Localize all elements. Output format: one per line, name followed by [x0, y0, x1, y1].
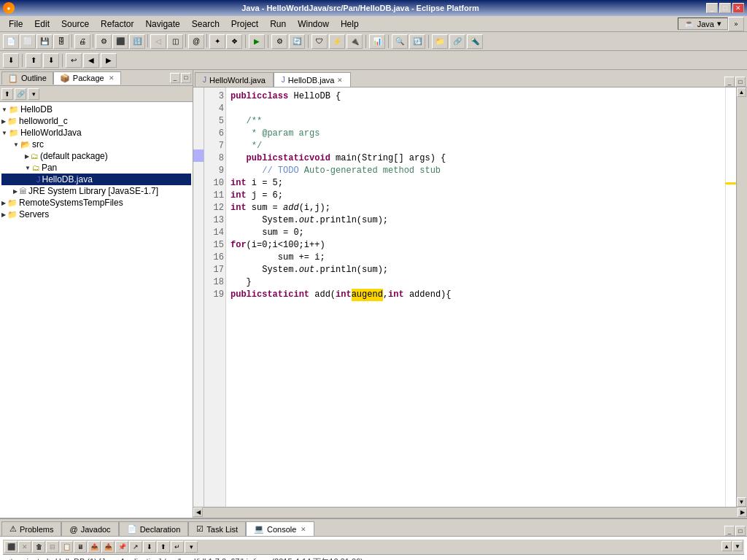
tb-btn-11[interactable]: ⚙ — [271, 34, 287, 49]
tb-btn-13[interactable]: 🛡 — [311, 34, 328, 49]
scroll-right-button[interactable]: ▶ — [738, 508, 747, 517]
console-clear-button[interactable]: 🗑 — [32, 541, 45, 553]
tb-btn-18[interactable]: 🔃 — [409, 34, 425, 49]
tb2-btn-2[interactable]: ⬆ — [26, 53, 42, 68]
console-btn-7[interactable]: 📤 — [88, 541, 101, 553]
task-list-tab[interactable]: ☑ Task List — [188, 521, 246, 536]
console-goto-button[interactable]: ↗ — [129, 541, 142, 553]
perspective-switcher[interactable]: ☕ Java ▾ — [678, 18, 728, 30]
run-button[interactable]: ▶ — [249, 34, 265, 49]
tb-btn-14[interactable]: ⚡ — [329, 34, 345, 49]
tb-btn-20[interactable]: 🔗 — [449, 34, 465, 49]
back-button[interactable]: ◀ — [83, 53, 99, 68]
maximize-editor-button[interactable]: □ — [735, 77, 746, 87]
console-btn-scroll2[interactable]: ⬆ — [157, 541, 170, 553]
tree-item-hellodb-java[interactable]: J HelloDB.java — [1, 174, 191, 185]
tb-btn-5[interactable]: 🔢 — [129, 34, 145, 49]
menu-window[interactable]: Window — [292, 18, 335, 31]
tab-helloworld-java[interactable]: J HelloWorld.java — [195, 72, 274, 87]
console-menu-button[interactable]: ▾ — [185, 541, 198, 553]
console-tab[interactable]: 💻 Console ✕ — [246, 521, 314, 536]
scroll-left-button[interactable]: ◀ — [193, 508, 203, 517]
tree-item-helloworld-c[interactable]: ▶ 📁 helloworld_c — [1, 115, 191, 127]
menu-source[interactable]: Source — [55, 18, 95, 31]
tb2-btn-1[interactable]: ⬇ — [3, 53, 19, 68]
tree-menu-button[interactable]: ▾ — [28, 88, 39, 100]
menu-project[interactable]: Project — [225, 18, 264, 31]
menu-search[interactable]: Search — [186, 18, 225, 31]
tree-item-helloworldjava[interactable]: ▼ 📁 HelloWorldJava — [1, 127, 191, 139]
console-scroll-button[interactable]: ⬇ — [143, 541, 156, 553]
console-scroll-down[interactable]: ▼ — [732, 541, 743, 551]
maximize-left-button[interactable]: □ — [181, 73, 191, 83]
console-tab-close[interactable]: ✕ — [301, 526, 306, 533]
tree-item-src[interactable]: ▼ 📂 src — [1, 139, 191, 150]
console-word-wrap[interactable]: ↵ — [171, 541, 184, 553]
console-btn-5[interactable]: 📋 — [60, 541, 73, 553]
print-button[interactable]: 🖨 — [74, 34, 90, 49]
tb2-btn-4[interactable]: ↩ — [66, 53, 82, 68]
menu-edit[interactable]: Edit — [28, 18, 55, 31]
tree-item-remote[interactable]: ▶ 📁 RemoteSystemsTempFiles — [1, 197, 191, 209]
outline-tab[interactable]: 📋 Outline — [1, 71, 53, 85]
tb2-btn-3[interactable]: ⬇ — [43, 53, 59, 68]
tree-item-jre[interactable]: ▶ 🏛 JRE System Library [JavaSE-1.7] — [1, 185, 191, 197]
menu-file[interactable]: File — [3, 18, 28, 31]
tb-btn-10[interactable]: ❖ — [226, 34, 242, 49]
tb-btn-16[interactable]: 📊 — [369, 34, 385, 49]
console-scroll-up[interactable]: ▲ — [721, 541, 732, 551]
tb-btn-7[interactable]: ◫ — [167, 34, 183, 49]
forward-button[interactable]: ▶ — [101, 53, 117, 68]
tb-btn-4[interactable]: ⬛ — [112, 34, 128, 49]
tb-btn-12[interactable]: 🔄 — [289, 34, 305, 49]
minimize-bottom-button[interactable]: _ — [724, 526, 735, 536]
close-button[interactable]: ✕ — [732, 3, 744, 13]
save-all-button[interactable]: 🗄 — [53, 34, 69, 49]
scroll-down-button[interactable]: ▼ — [737, 497, 746, 507]
hdb-tab-close[interactable]: ✕ — [337, 77, 343, 84]
tb-btn-8[interactable]: @ — [188, 34, 204, 49]
console-pin-button[interactable]: 📌 — [115, 541, 128, 553]
maximize-button[interactable]: □ — [719, 3, 731, 13]
tree-item-servers[interactable]: ▶ 📁 Servers — [1, 209, 191, 220]
declaration-tab[interactable]: 📄 Declaration — [119, 521, 189, 536]
minimize-button[interactable]: _ — [706, 3, 718, 13]
tb-btn-21[interactable]: 🔦 — [467, 34, 483, 49]
code-content[interactable]: public class HelloDB { /** * @param args… — [226, 88, 725, 507]
tb-btn-19[interactable]: 📁 — [432, 34, 448, 49]
maximize-bottom-button[interactable]: □ — [735, 526, 746, 536]
console-btn-6[interactable]: 🖥 — [74, 541, 87, 553]
minimize-editor-button[interactable]: _ — [724, 77, 735, 87]
tree-item-default-package[interactable]: ▶ 🗂 (default package) — [1, 150, 191, 162]
tree-item-hellodb[interactable]: ▼ 📁 HelloDB — [1, 104, 191, 115]
package-tab[interactable]: 📦 Package ✕ — [53, 71, 121, 85]
problems-tab[interactable]: ⚠ Problems — [1, 521, 61, 536]
package-tab-close[interactable]: ✕ — [109, 74, 115, 82]
collapse-all-button[interactable]: ⬆ — [1, 88, 13, 100]
console-stop-button[interactable]: ⬛ — [4, 541, 18, 553]
scroll-up-button[interactable]: ▲ — [737, 88, 746, 97]
javadoc-tab[interactable]: @ Javadoc — [61, 521, 118, 536]
console-btn-8[interactable]: 📥 — [101, 541, 115, 553]
perspective-menu-button[interactable]: » — [728, 17, 744, 31]
menu-run[interactable]: Run — [264, 18, 292, 31]
menu-help[interactable]: Help — [335, 18, 365, 31]
tb-btn-9[interactable]: ✦ — [209, 34, 225, 49]
menu-refactor[interactable]: Refactor — [95, 18, 139, 31]
console-remove-button[interactable]: ✕ — [18, 541, 31, 553]
console-btn-4[interactable]: ⊟ — [46, 541, 59, 553]
tb-btn-3[interactable]: ⚙ — [96, 34, 112, 49]
minimize-left-button[interactable]: _ — [170, 73, 180, 83]
menu-navigate[interactable]: Navigate — [139, 18, 185, 31]
link-editor-button[interactable]: 🔗 — [15, 88, 26, 100]
tb-btn-2[interactable]: ⬜ — [20, 34, 36, 49]
tree-item-pan[interactable]: ▼ 🗂 Pan — [1, 162, 191, 174]
tab-hellodb-java[interactable]: J HelloDB.java ✕ — [274, 72, 352, 87]
editor-scrollbar[interactable]: ▲ ▼ — [736, 88, 747, 507]
code-editor[interactable]: 3 4 5 6 7 8 9 10 11 12 13 14 15 16 17 18… — [193, 88, 747, 507]
tb-btn-15[interactable]: 🔌 — [347, 34, 363, 49]
new-button[interactable]: 📄 — [3, 34, 19, 49]
tb-btn-6[interactable]: ◁ — [150, 34, 166, 49]
save-button[interactable]: 💾 — [36, 34, 53, 49]
tb-btn-17[interactable]: 🔍 — [392, 34, 408, 49]
